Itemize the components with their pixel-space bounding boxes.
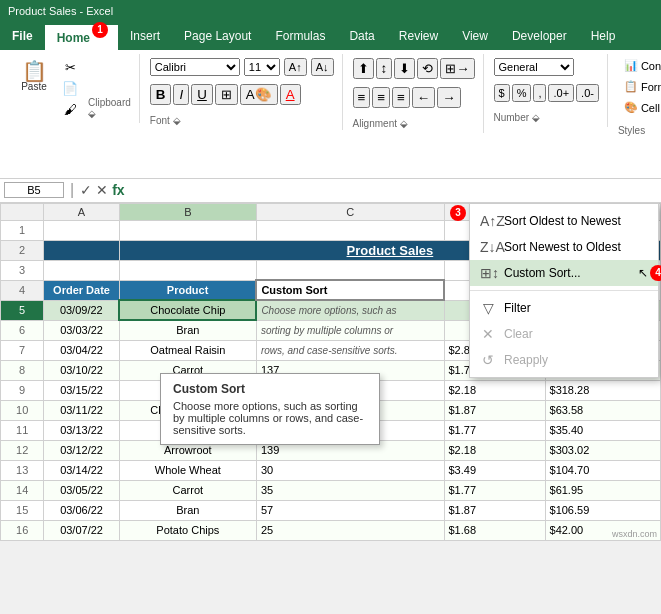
merge-button[interactable]: ⊞→ bbox=[440, 58, 474, 79]
cell-e15[interactable]: $106.59 bbox=[545, 500, 660, 520]
cell-c14[interactable]: 35 bbox=[256, 480, 444, 500]
font-size-select[interactable]: 11 bbox=[244, 58, 280, 76]
cell-a7[interactable]: 03/04/22 bbox=[44, 340, 120, 360]
cell-b13[interactable]: Whole Wheat bbox=[119, 460, 256, 480]
align-left-button[interactable]: ≡ bbox=[353, 87, 371, 108]
dec-inc-button[interactable]: .0+ bbox=[548, 84, 574, 102]
align-middle-button[interactable]: ↕ bbox=[376, 58, 393, 79]
cell-b5[interactable]: Chocolate Chip bbox=[119, 300, 256, 320]
tab-file[interactable]: File bbox=[0, 22, 45, 50]
decrease-font-button[interactable]: A↓ bbox=[311, 58, 334, 76]
tab-formulas[interactable]: Formulas bbox=[263, 22, 337, 50]
conditional-formatting-button[interactable]: 📊Conditional Formatting▼ bbox=[618, 58, 661, 73]
cell-a2[interactable] bbox=[44, 240, 120, 260]
cell-e14[interactable]: $61.95 bbox=[545, 480, 660, 500]
cell-d12[interactable]: $2.18 bbox=[444, 440, 545, 460]
cell-b4[interactable]: Product bbox=[119, 280, 256, 300]
sort-newest-item[interactable]: Z↓A Sort Newest to Oldest bbox=[470, 234, 658, 260]
tab-help[interactable]: Help bbox=[579, 22, 628, 50]
italic-button[interactable]: I bbox=[173, 84, 189, 105]
cell-d14[interactable]: $1.77 bbox=[444, 480, 545, 500]
comma-button[interactable]: , bbox=[533, 84, 546, 102]
cell-e10[interactable]: $63.58 bbox=[545, 400, 660, 420]
wrap-text-button[interactable]: ⟲ bbox=[417, 58, 438, 79]
tab-data[interactable]: Data bbox=[337, 22, 386, 50]
currency-button[interactable]: $ bbox=[494, 84, 510, 102]
cell-c1[interactable] bbox=[256, 220, 444, 240]
underline-button[interactable]: U bbox=[191, 84, 213, 105]
col-header-b[interactable]: B bbox=[119, 203, 256, 220]
col-header-a[interactable]: A bbox=[44, 203, 120, 220]
format-as-table-button[interactable]: 📋Format as Table▼ bbox=[618, 79, 661, 94]
cell-a9[interactable]: 03/15/22 bbox=[44, 380, 120, 400]
cell-reference-input[interactable] bbox=[4, 182, 64, 198]
cell-b1[interactable] bbox=[119, 220, 256, 240]
cell-e11[interactable]: $35.40 bbox=[545, 420, 660, 440]
cell-c4[interactable]: Custom Sort bbox=[256, 280, 444, 300]
increase-font-button[interactable]: A↑ bbox=[284, 58, 307, 76]
cell-b14[interactable]: Carrot bbox=[119, 480, 256, 500]
cell-c5[interactable]: Choose more options, such as bbox=[256, 300, 444, 320]
cell-c15[interactable]: 57 bbox=[256, 500, 444, 520]
cut-button[interactable]: ✂ bbox=[58, 58, 82, 77]
bold-button[interactable]: B bbox=[150, 84, 172, 105]
cell-b3[interactable] bbox=[119, 260, 256, 280]
cell-e9[interactable]: $318.28 bbox=[545, 380, 660, 400]
cell-a8[interactable]: 03/10/22 bbox=[44, 360, 120, 380]
cell-a3[interactable] bbox=[44, 260, 120, 280]
number-format-select[interactable]: General bbox=[494, 58, 574, 76]
cell-a1[interactable] bbox=[44, 220, 120, 240]
cell-c16[interactable]: 25 bbox=[256, 520, 444, 540]
tab-home[interactable]: Home 1 bbox=[45, 22, 118, 50]
cell-c3[interactable] bbox=[256, 260, 444, 280]
cell-d11[interactable]: $1.77 bbox=[444, 420, 545, 440]
align-top-button[interactable]: ⬆ bbox=[353, 58, 374, 79]
copy-button[interactable]: 📄 bbox=[58, 79, 82, 98]
cell-a14[interactable]: 03/05/22 bbox=[44, 480, 120, 500]
format-painter-button[interactable]: 🖌 bbox=[58, 100, 82, 119]
cell-b15[interactable]: Bran bbox=[119, 500, 256, 520]
align-center-button[interactable]: ≡ bbox=[372, 87, 390, 108]
formula-input[interactable]: 3/9/2022 bbox=[129, 183, 657, 197]
tab-view[interactable]: View bbox=[450, 22, 500, 50]
cell-a6[interactable]: 03/03/22 bbox=[44, 320, 120, 340]
indent-dec-button[interactable]: ← bbox=[412, 87, 435, 108]
tab-insert[interactable]: Insert bbox=[118, 22, 172, 50]
cell-a16[interactable]: 03/07/22 bbox=[44, 520, 120, 540]
cell-a13[interactable]: 03/14/22 bbox=[44, 460, 120, 480]
tab-developer[interactable]: Developer bbox=[500, 22, 579, 50]
filter-item[interactable]: ▽ Filter bbox=[470, 295, 658, 321]
cell-e12[interactable]: $303.02 bbox=[545, 440, 660, 460]
tab-review[interactable]: Review bbox=[387, 22, 450, 50]
percent-button[interactable]: % bbox=[512, 84, 532, 102]
cell-d13[interactable]: $3.49 bbox=[444, 460, 545, 480]
cell-a12[interactable]: 03/12/22 bbox=[44, 440, 120, 460]
cell-d10[interactable]: $1.87 bbox=[444, 400, 545, 420]
dec-dec-button[interactable]: .0- bbox=[576, 84, 599, 102]
align-right-button[interactable]: ≡ bbox=[392, 87, 410, 108]
indent-inc-button[interactable]: → bbox=[437, 87, 460, 108]
custom-sort-item[interactable]: ⊞↕ Custom Sort... ↖ 4 bbox=[470, 260, 658, 286]
cell-d16[interactable]: $1.68 bbox=[444, 520, 545, 540]
fill-color-button[interactable]: A🎨 bbox=[240, 84, 278, 105]
cell-c13[interactable]: 30 bbox=[256, 460, 444, 480]
border-button[interactable]: ⊞ bbox=[215, 84, 238, 105]
cell-b16[interactable]: Potato Chips bbox=[119, 520, 256, 540]
cell-e13[interactable]: $104.70 bbox=[545, 460, 660, 480]
cell-d15[interactable]: $1.87 bbox=[444, 500, 545, 520]
font-color-button[interactable]: A bbox=[280, 84, 301, 105]
cell-d9[interactable]: $2.18 bbox=[444, 380, 545, 400]
cell-a15[interactable]: 03/06/22 bbox=[44, 500, 120, 520]
tab-page-layout[interactable]: Page Layout bbox=[172, 22, 263, 50]
font-family-select[interactable]: Calibri bbox=[150, 58, 240, 76]
cell-c6[interactable]: sorting by multiple columns or bbox=[256, 320, 444, 340]
col-header-c[interactable]: C bbox=[256, 203, 444, 220]
cell-a5[interactable]: 03/09/22 bbox=[44, 300, 120, 320]
cell-c7[interactable]: rows, and case-sensitive sorts. bbox=[256, 340, 444, 360]
paste-button[interactable]: 📋 Paste bbox=[16, 58, 52, 119]
align-bottom-button[interactable]: ⬇ bbox=[394, 58, 415, 79]
cell-b6[interactable]: Bran bbox=[119, 320, 256, 340]
cell-styles-button[interactable]: 🎨Cell Styles▼ bbox=[618, 100, 661, 115]
cell-a11[interactable]: 03/13/22 bbox=[44, 420, 120, 440]
cell-b7[interactable]: Oatmeal Raisin bbox=[119, 340, 256, 360]
